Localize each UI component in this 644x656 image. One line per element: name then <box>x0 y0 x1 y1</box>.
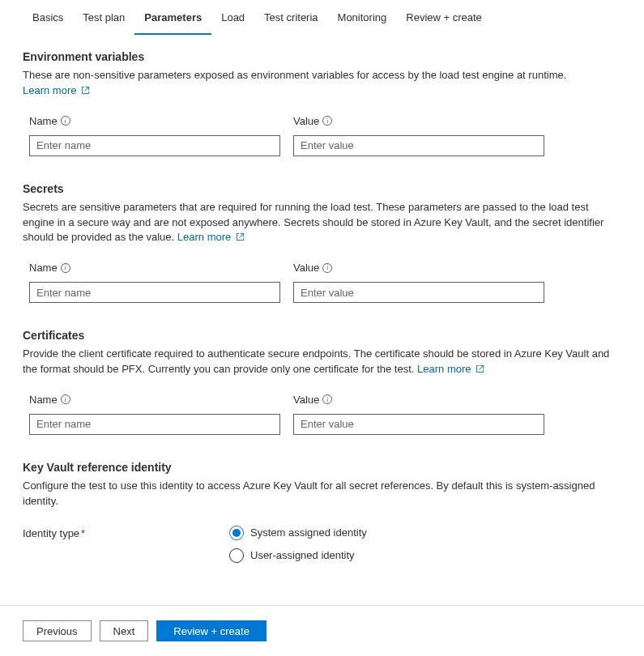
radio-icon <box>229 526 244 540</box>
tab-test-criteria[interactable]: Test criteria <box>254 0 327 35</box>
info-icon[interactable]: i <box>322 116 332 126</box>
next-button[interactable]: Next <box>100 620 149 641</box>
certs-learn-more-link[interactable]: Learn more <box>417 363 484 375</box>
tab-review-create[interactable]: Review + create <box>396 0 492 35</box>
env-desc: These are non-sensitive parameters expos… <box>23 68 621 99</box>
info-icon[interactable]: i <box>61 394 70 404</box>
tab-monitoring[interactable]: Monitoring <box>328 0 397 35</box>
tab-basics[interactable]: Basics <box>23 0 73 35</box>
keyvault-title: Key Vault reference identity <box>23 461 621 474</box>
section-secrets: Secrets Secrets are sensitive parameters… <box>23 182 621 304</box>
required-indicator: * <box>81 527 85 539</box>
secrets-learn-more-link[interactable]: Learn more <box>177 231 245 243</box>
external-link-icon <box>236 232 245 241</box>
identity-type-radio-group: System assigned identity User-assigned i… <box>229 526 367 563</box>
env-name-input[interactable] <box>29 135 280 156</box>
certs-name-label: Name i <box>29 394 280 406</box>
secrets-name-label: Name i <box>29 262 280 274</box>
env-learn-more-link[interactable]: Learn more <box>23 84 90 96</box>
external-link-icon <box>476 364 484 373</box>
info-icon[interactable]: i <box>322 263 332 273</box>
secrets-title: Secrets <box>23 182 621 195</box>
tab-test-plan[interactable]: Test plan <box>73 0 134 35</box>
env-value-input[interactable] <box>293 135 544 156</box>
certs-value-input[interactable] <box>293 414 544 435</box>
identity-type-label: Identity type* <box>23 526 229 539</box>
review-create-button[interactable]: Review + create <box>156 620 267 641</box>
keyvault-desc: Configure the test to use this identity … <box>23 479 621 509</box>
env-title: Environment variables <box>23 50 621 63</box>
certs-desc: Provide the client certificate required … <box>23 347 621 377</box>
secrets-value-label: Value i <box>293 262 544 274</box>
tab-bar: Basics Test plan Parameters Load Test cr… <box>0 0 644 36</box>
info-icon[interactable]: i <box>61 116 70 126</box>
radio-user-assigned[interactable]: User-assigned identity <box>229 548 367 563</box>
secrets-name-input[interactable] <box>29 282 280 303</box>
section-env-vars: Environment variables These are non-sens… <box>23 50 621 156</box>
certs-value-label: Value i <box>293 394 544 406</box>
radio-system-assigned[interactable]: System assigned identity <box>229 526 367 540</box>
external-link-icon <box>81 86 90 95</box>
tab-parameters[interactable]: Parameters <box>134 0 211 35</box>
secrets-value-input[interactable] <box>293 282 544 303</box>
info-icon[interactable]: i <box>61 263 70 273</box>
radio-icon <box>229 548 244 563</box>
certs-title: Certificates <box>23 329 621 342</box>
tab-load[interactable]: Load <box>211 0 254 35</box>
env-value-label: Value i <box>293 115 544 127</box>
info-icon[interactable]: i <box>322 394 332 404</box>
section-keyvault: Key Vault reference identity Configure t… <box>23 461 621 563</box>
previous-button[interactable]: Previous <box>23 620 92 641</box>
section-certificates: Certificates Provide the client certific… <box>23 329 621 435</box>
secrets-desc: Secrets are sensitive parameters that ar… <box>23 200 621 246</box>
footer-actions: Previous Next Review + create <box>0 605 644 656</box>
env-name-label: Name i <box>29 115 280 127</box>
certs-name-input[interactable] <box>29 414 280 435</box>
